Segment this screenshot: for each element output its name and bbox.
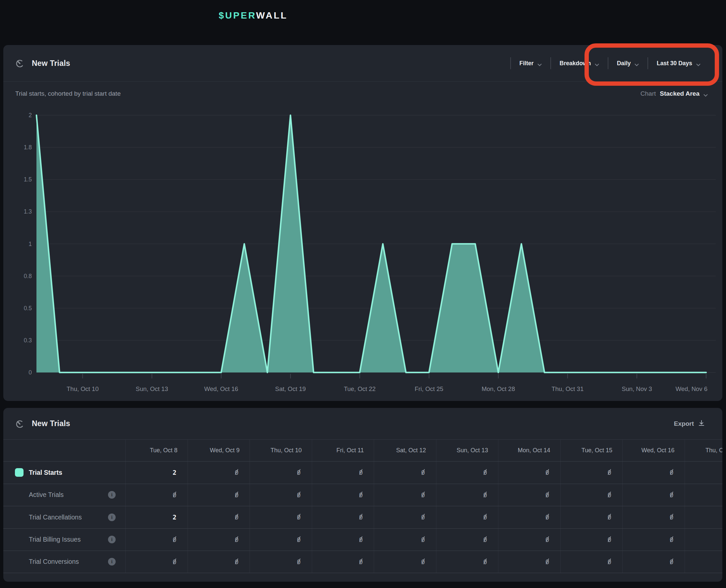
filter-label: Filter <box>520 60 534 67</box>
row-label-cell: Trial Billing Issuesi <box>3 529 125 551</box>
page: $UPERWALL New Trials Filter <box>0 0 726 588</box>
table-value-cell: 0 <box>187 484 250 506</box>
logo-prefix: $UPER <box>219 10 256 21</box>
info-icon[interactable]: i <box>108 513 116 521</box>
top-bar: $UPERWALL <box>0 0 726 45</box>
date-range-label: Last 30 Days <box>657 60 692 67</box>
table-value-cell: 0 <box>622 506 685 528</box>
row-label: Active Trials <box>29 491 64 499</box>
table-value-cell: 0 <box>436 462 498 484</box>
table-value-cell: 0 <box>374 484 436 506</box>
table-panel-header: New Trials Export <box>3 408 722 439</box>
table-value-cell: 0 <box>560 551 623 573</box>
superwall-logo: $UPERWALL <box>219 10 288 21</box>
table-value-cell: 0 <box>560 506 623 528</box>
chart-subtitle: Trial starts, cohorted by trial start da… <box>15 90 121 97</box>
timer-icon <box>15 59 24 68</box>
filter-button[interactable]: Filter <box>511 60 551 67</box>
chart-panel-title: New Trials <box>32 59 70 68</box>
table-value-cell: 0 <box>374 506 436 528</box>
x-axis-label: Wed, Nov 6 <box>675 385 707 392</box>
table-column-header: Tue, Oct 8 <box>125 440 187 461</box>
table-panel-title: New Trials <box>32 419 70 428</box>
info-icon[interactable]: i <box>108 491 116 499</box>
table-column-header: Mon, Oct 14 <box>498 440 560 461</box>
chart-type-selector[interactable]: Chart Stacked Area <box>641 90 708 97</box>
table-value-cell: 0 <box>374 551 436 573</box>
chevron-down-icon <box>634 62 639 65</box>
x-axis-label: Mon, Oct 28 <box>482 385 515 392</box>
table-row: Trial Billing Issuesi000000000 <box>3 528 722 551</box>
table-value-cell: 0 <box>436 529 498 551</box>
logo-suffix: WALL <box>256 10 288 21</box>
table-value-cell <box>685 484 723 506</box>
breakdown-button[interactable]: Breakdown <box>551 60 608 67</box>
table-value-cell: 0 <box>498 551 560 573</box>
table-value-cell: 0 <box>249 506 312 528</box>
table-value-cell: 0 <box>560 529 623 551</box>
chart-controls: Filter Breakdown Daily <box>510 57 709 69</box>
table-value-cell: 0 <box>312 506 374 528</box>
table-value-cell <box>685 529 723 551</box>
table-value-cell: 0 <box>498 506 560 528</box>
table-value-cell: 0 <box>249 529 312 551</box>
table-column-header: Thu, Oct 10 <box>249 440 312 461</box>
table-value-cell: 0 <box>498 484 560 506</box>
table-column-header: Wed, Oct 16 <box>622 440 685 461</box>
x-axis-label: Tue, Oct 22 <box>344 385 376 392</box>
table-value-cell: 0 <box>622 529 685 551</box>
timer-icon <box>15 419 24 428</box>
table-value-cell: 0 <box>622 551 685 573</box>
table-value-cell <box>685 551 723 573</box>
new-trials-chart-panel: New Trials Filter Breakdown <box>3 45 722 401</box>
table-value-cell: 0 <box>249 551 312 573</box>
export-label: Export <box>674 420 694 427</box>
new-trials-table-panel: New Trials Export Tue, Oct 8Wed, Oct 9Th… <box>3 408 722 582</box>
export-button[interactable]: Export <box>674 419 705 428</box>
table-value-cell: 0 <box>436 551 498 573</box>
y-axis-label: 0.8 <box>24 273 32 279</box>
row-label: Trial Conversions <box>29 558 79 566</box>
table-column-header: Thu, Oct 17 <box>685 440 723 461</box>
x-axis-label: Sat, Oct 19 <box>275 385 306 392</box>
y-axis-label: 2 <box>28 112 32 119</box>
table-value-cell: 0 <box>187 551 250 573</box>
granularity-button[interactable]: Daily <box>608 60 648 67</box>
table-value-cell: 0 <box>125 529 187 551</box>
table-value-cell: 0 <box>498 462 560 484</box>
trials-area-chart: 21.81.51.310.80.50.30Thu, Oct 10Sun, Oct… <box>3 108 722 401</box>
x-axis-label: Thu, Oct 10 <box>67 385 99 392</box>
table-row: Trial Cancellationsi200000000 <box>3 506 722 528</box>
date-range-button[interactable]: Last 30 Days <box>648 60 709 67</box>
y-axis-label: 0.3 <box>24 337 32 344</box>
table-value-cell <box>685 462 723 484</box>
y-axis-label: 1 <box>28 241 32 247</box>
table-row: Trial Conversionsi000000000 <box>3 551 722 573</box>
info-icon[interactable]: i <box>108 558 116 566</box>
row-label-cell: Trial Starts <box>3 462 125 484</box>
info-icon[interactable]: i <box>108 536 116 543</box>
y-axis-label: 1.3 <box>24 208 32 215</box>
y-axis-label: 0 <box>28 369 32 376</box>
table-value-cell: 0 <box>187 506 250 528</box>
granularity-label: Daily <box>617 60 631 67</box>
chart-type-label: Chart <box>641 90 656 97</box>
row-label-cell: Active Trialsi <box>3 484 125 506</box>
y-axis-label: 1.5 <box>24 176 32 183</box>
table-value-cell: 0 <box>374 529 436 551</box>
x-axis-label: Thu, Oct 31 <box>552 385 584 392</box>
table-column-header: Tue, Oct 15 <box>560 440 623 461</box>
table-value-cell <box>685 506 723 528</box>
chevron-down-icon <box>704 92 708 96</box>
chart-sub-header: Trial starts, cohorted by trial start da… <box>15 90 708 97</box>
row-label-cell: Trial Cancellationsi <box>3 506 125 528</box>
table-value-cell: 0 <box>125 484 187 506</box>
table-value-cell: 0 <box>187 462 250 484</box>
table-value-cell: 0 <box>622 484 685 506</box>
table-value-cell: 0 <box>560 462 623 484</box>
table-column-header: Sun, Oct 13 <box>436 440 498 461</box>
y-axis-label: 0.5 <box>24 305 32 312</box>
trials-table: Tue, Oct 8Wed, Oct 9Thu, Oct 10Fri, Oct … <box>3 439 722 573</box>
x-axis-label: Sun, Oct 13 <box>136 385 168 392</box>
chevron-down-icon <box>538 62 542 65</box>
